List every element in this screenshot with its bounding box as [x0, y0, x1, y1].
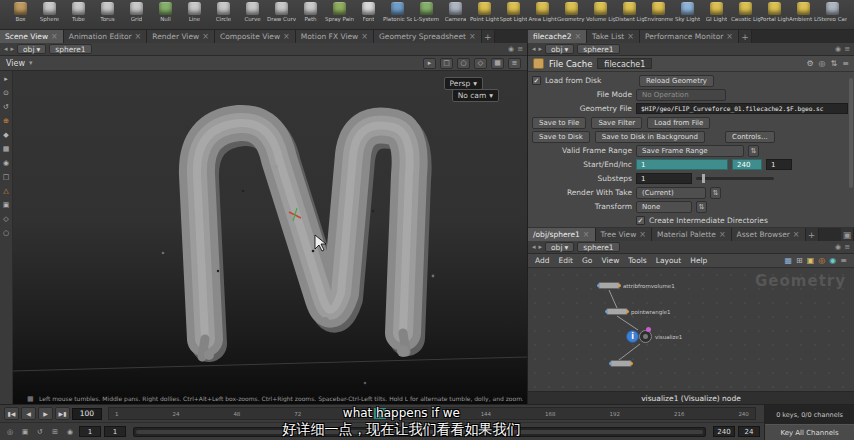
viewport-tool-icon[interactable]: ▣ — [1, 200, 12, 210]
parameter-scrollbar[interactable] — [849, 78, 853, 188]
camera-select-button[interactable]: No cam ▾ — [452, 89, 499, 102]
shelf-tool[interactable]: Caustic Light — [731, 2, 760, 22]
node-visualize[interactable]: i visualize1 — [626, 330, 682, 343]
node-display-flag[interactable] — [630, 362, 633, 365]
pane-tab[interactable]: Render View × — [147, 30, 215, 43]
sort-icon[interactable]: ⇅ — [831, 59, 838, 68]
path-node-chip[interactable]: sphere1 — [577, 44, 619, 54]
play-button[interactable]: ▶ — [38, 407, 53, 420]
display-icon[interactable]: ◉ — [829, 256, 836, 265]
node-attribfromvolume[interactable]: attribfromvolume1 — [598, 282, 675, 289]
shelf-tool[interactable]: Stereo Camera — [818, 2, 847, 22]
box-select-icon[interactable]: □ — [440, 58, 453, 69]
range-start-field[interactable]: 1 — [104, 426, 126, 437]
pane-menu-icon[interactable]: ≡ — [844, 45, 850, 53]
geometry-file-field[interactable]: $HIP/geo/FLIP_Curveforce_01.filecache2.$… — [636, 103, 848, 114]
key-all-channels-button[interactable]: Key All Channels — [765, 424, 854, 440]
shelf-tool[interactable]: Spot Light — [499, 2, 528, 22]
loop-mode-icon[interactable]: ↺ — [34, 428, 46, 436]
close-icon[interactable]: × — [726, 32, 733, 41]
substeps-field[interactable]: 1 — [636, 173, 692, 184]
node-body[interactable] — [598, 282, 620, 289]
menu-item[interactable]: Go — [582, 256, 592, 265]
viewport-canvas[interactable]: Persp ▾ No cam ▾ ▦ Left mouse tumbles. M… — [13, 71, 527, 404]
pane-tab[interactable]: Composite View × — [215, 30, 296, 43]
viewport-tool-icon[interactable]: ▸ — [1, 74, 12, 84]
save-to-disk-background-button[interactable]: Save to Disk in Background — [595, 131, 705, 143]
playbar-options-icon[interactable]: ◉ — [64, 428, 76, 436]
shelf-tool[interactable]: Box — [6, 2, 35, 22]
menu-item[interactable]: Add — [535, 256, 550, 265]
node-body[interactable] — [610, 360, 632, 367]
pane-tab[interactable]: filecache2 × — [528, 30, 587, 43]
close-icon[interactable]: × — [51, 32, 58, 41]
close-icon[interactable]: × — [639, 230, 646, 239]
shelf-tool[interactable]: GI Light — [702, 2, 731, 22]
viewport-tool-icon[interactable]: ⊙ — [1, 88, 12, 98]
realtime-toggle-icon[interactable]: ◎ — [4, 428, 16, 436]
pane-split-icon[interactable]: ▣ — [841, 228, 854, 241]
forward-icon[interactable]: ▸ — [539, 45, 543, 53]
new-tab-button[interactable]: + — [482, 30, 495, 43]
network-tab[interactable]: Asset Browser × — [732, 228, 806, 241]
node-display-flag[interactable] — [618, 284, 621, 287]
node-input-flag[interactable] — [605, 310, 608, 313]
pane-tab[interactable]: Performance Monitor × — [640, 30, 739, 43]
snapshot-icon[interactable]: ⊞ — [796, 256, 803, 265]
pin-icon[interactable]: ◉ — [835, 45, 841, 53]
playback-range-bar[interactable] — [136, 430, 703, 434]
network-tab[interactable]: Material Palette × — [652, 228, 732, 241]
path-node-chip[interactable]: sphere1 — [577, 242, 619, 252]
global-start-field[interactable]: 1 — [79, 426, 101, 437]
pane-tab[interactable]: Take List × — [587, 30, 640, 43]
layout-grid-icon[interactable]: ▦ — [785, 256, 793, 265]
shelf-tool[interactable]: Grid — [122, 2, 151, 22]
back-icon[interactable]: ◂ — [4, 45, 8, 53]
shelf-tool[interactable]: Environment Light — [644, 2, 673, 22]
load-from-disk-checkbox[interactable]: ✓ — [532, 76, 541, 85]
node-display-flag[interactable] — [626, 310, 629, 313]
new-tab-button[interactable]: + — [806, 228, 819, 241]
inc-field[interactable]: 1 — [766, 159, 792, 170]
shelf-tool[interactable]: Volume Light — [586, 2, 615, 22]
shelf-tool[interactable]: Line — [180, 2, 209, 22]
step-back-button[interactable]: ◀ — [21, 407, 36, 420]
shelf-tool[interactable]: Spray Paint — [325, 2, 354, 22]
controls-button[interactable]: Controls... — [725, 131, 775, 143]
shelf-tool[interactable]: Path — [296, 2, 325, 22]
node-output[interactable] — [610, 360, 632, 367]
create-dirs-checkbox[interactable]: ✓ — [636, 216, 645, 225]
playhead[interactable] — [374, 408, 386, 419]
param-button[interactable]: Save to File — [532, 117, 586, 129]
close-icon[interactable]: × — [361, 32, 368, 41]
save-to-disk-button[interactable]: Save to Disk — [532, 131, 590, 143]
stepper-icon[interactable]: ⇅ — [710, 187, 721, 199]
substeps-slider[interactable] — [696, 177, 774, 180]
stepper-icon[interactable]: ⇅ — [696, 201, 707, 213]
shelf-tool[interactable]: Tube — [64, 2, 93, 22]
menu-item[interactable]: Tools — [628, 256, 646, 265]
network-menu-icon[interactable]: ≡ — [840, 256, 847, 265]
forward-icon[interactable]: ▸ — [539, 243, 543, 251]
fps-field[interactable]: 24 — [738, 426, 760, 437]
lasso-select-icon[interactable]: ○ — [457, 58, 470, 69]
close-icon[interactable]: × — [135, 32, 142, 41]
node-name-field[interactable]: filecache1 — [597, 58, 652, 69]
close-icon[interactable]: × — [793, 230, 800, 239]
pane-tab[interactable]: Animation Editor × — [64, 30, 148, 43]
menu-item[interactable]: View — [601, 256, 619, 265]
node-input-flag[interactable] — [597, 284, 600, 287]
param-button[interactable]: Save Filter — [591, 117, 642, 129]
shelf-tool[interactable]: Point Light — [470, 2, 499, 22]
path-root-chip[interactable]: obj ▾ — [545, 242, 574, 252]
pin-icon[interactable]: ◎ — [819, 59, 826, 68]
flipbook-icon[interactable]: ▣ — [19, 428, 31, 436]
viewport-tool-icon[interactable]: △ — [1, 186, 12, 196]
shelf-tool[interactable]: Camera — [441, 2, 470, 22]
file-mode-dropdown[interactable]: No Operation — [636, 89, 726, 101]
end-field[interactable]: 240 — [732, 159, 762, 170]
viewport-tool-icon[interactable]: ↺ — [1, 102, 12, 112]
close-icon[interactable]: × — [583, 230, 590, 239]
flag-icon[interactable]: ◎ — [818, 256, 825, 265]
frame-ruler[interactable]: 124487296120144168192216240 — [108, 407, 756, 420]
